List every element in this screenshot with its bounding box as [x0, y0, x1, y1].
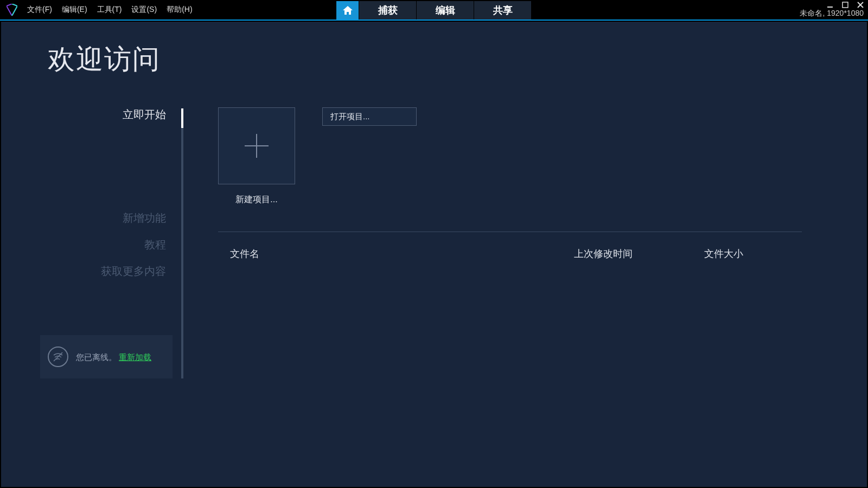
- maximize-icon[interactable]: [841, 1, 850, 9]
- welcome-sidenav: 立即开始 新增功能 教程 获取更多内容: [34, 107, 181, 279]
- menu-edit[interactable]: 编辑(E): [62, 5, 87, 15]
- home-icon: [343, 6, 353, 15]
- offline-icon: [48, 346, 68, 367]
- menu-file[interactable]: 文件(F): [27, 5, 52, 15]
- col-filesize: 文件大小: [704, 247, 802, 260]
- menu-help[interactable]: 帮助(H): [167, 5, 192, 15]
- titlebar: 文件(F) 编辑(E) 工具(T) 设置(S) 帮助(H) 捕获 编辑 共享 未…: [0, 0, 868, 21]
- recent-table-header: 文件名 上次修改时间 文件大小: [218, 247, 802, 260]
- offline-banner: 您已离线。 重新加载: [40, 335, 173, 378]
- mode-capture[interactable]: 捕获: [359, 1, 417, 20]
- plus-icon: [241, 131, 272, 161]
- menu-settings[interactable]: 设置(S): [131, 5, 157, 15]
- mode-home[interactable]: [336, 1, 359, 20]
- sidenav-item-whatsnew[interactable]: 新增功能: [123, 211, 181, 226]
- main-menu: 文件(F) 编辑(E) 工具(T) 设置(S) 帮助(H): [27, 5, 193, 15]
- page-title: 欢迎访问: [48, 41, 161, 78]
- sidenav-item-getmore[interactable]: 获取更多内容: [101, 264, 181, 279]
- new-project-box[interactable]: [218, 107, 295, 184]
- window-controls: [826, 1, 865, 9]
- sidenav-item-tutorials[interactable]: 教程: [144, 237, 181, 252]
- welcome-content: 新建项目... 打开项目... 文件名 上次修改时间 文件大小: [218, 107, 802, 471]
- new-project-label: 新建项目...: [218, 194, 295, 206]
- close-icon[interactable]: [856, 1, 865, 9]
- open-project-button[interactable]: 打开项目...: [322, 107, 417, 126]
- col-modified: 上次修改时间: [574, 247, 704, 260]
- menu-tools[interactable]: 工具(T): [97, 5, 122, 15]
- offline-reload-link[interactable]: 重新加载: [119, 352, 151, 362]
- offline-text: 您已离线。 重新加载: [76, 351, 151, 363]
- app-logo-icon: [0, 0, 24, 20]
- mode-edit[interactable]: 编辑: [417, 1, 474, 20]
- sidenav-item-start[interactable]: 立即开始: [123, 107, 181, 122]
- col-filename: 文件名: [218, 247, 574, 260]
- mode-tabs: 捕获 编辑 共享: [336, 0, 532, 20]
- content-divider: [218, 232, 802, 232]
- new-project-tile[interactable]: 新建项目...: [218, 107, 295, 206]
- sidenav-divider: [181, 108, 183, 378]
- mode-share[interactable]: 共享: [474, 1, 532, 20]
- document-status: 未命名, 1920*1080: [800, 9, 864, 18]
- svg-rect-1: [843, 2, 848, 8]
- offline-message: 您已离线。: [76, 352, 117, 362]
- minimize-icon[interactable]: [826, 1, 834, 9]
- app-body: 欢迎访问 立即开始 新增功能 教程 获取更多内容 您已离线。 重新加载 新建项目…: [1, 22, 867, 487]
